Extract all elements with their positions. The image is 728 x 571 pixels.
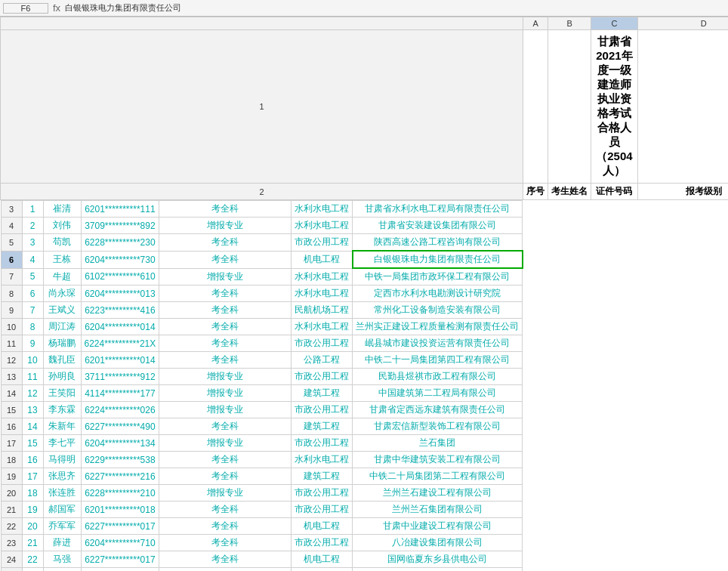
cell-seq-14: 12 <box>22 385 43 402</box>
table-row: 75牛超6102**********610增报专业水利水电工程中铁一局集团市政环… <box>1 268 523 286</box>
cell-cert-12: 6201**********014 <box>81 352 159 369</box>
cell-name-13: 孙明良 <box>43 369 81 385</box>
table-row: 1210魏孔臣6201**********014考全科公路工程中铁二十一局集团第… <box>1 352 523 369</box>
cell-examtype-8: 考全科 <box>159 286 292 302</box>
cell-cert-22: 6227**********017 <box>81 518 159 535</box>
cell-seq-3: 1 <box>22 201 43 218</box>
title-row: 1 甘肃省2021年度一级建造师执业资格考试合格人员（2504人） <box>1 30 729 184</box>
cell-workplace-12: 中铁二十一局集团第四工程有限公司 <box>353 352 523 369</box>
cell-major-16: 建筑工程 <box>292 418 353 435</box>
cell-workplace-6: 白银银珠电力集团有限责任公司 <box>353 251 523 268</box>
cell-workplace-17: 兰石集团 <box>353 435 523 452</box>
cell-major-4: 水利水电工程 <box>292 218 353 234</box>
cell-workplace-5: 陕西高速公路工程咨询有限公司 <box>353 234 523 252</box>
cell-seq-7: 5 <box>22 268 43 286</box>
cell-cert-23: 6204**********710 <box>81 535 159 551</box>
cell-major-19: 建筑工程 <box>292 468 353 485</box>
header-row: 2 序号 考生姓名 证件号码 报考级别 报考专业 工作单位 <box>1 184 729 200</box>
header-name: 考生姓名 <box>548 184 591 200</box>
cell-examtype-21: 考全科 <box>159 502 292 518</box>
cell-major-15: 市政公用工程 <box>292 402 353 418</box>
cell-name-3: 崔清 <box>43 201 81 218</box>
cell-name-22: 乔军军 <box>43 518 81 535</box>
table-row: 1917张思齐6227**********216考全科建筑工程中铁二十局集团第二… <box>1 468 523 485</box>
cell-seq-6: 4 <box>22 251 43 268</box>
cell-seq-5: 3 <box>22 234 43 252</box>
cell-cert-10: 6204**********014 <box>81 319 159 335</box>
row-num-2: 2 <box>1 184 523 200</box>
cell-workplace-11: 岷县城市建设投资运营有限责任公司 <box>353 335 523 352</box>
table-row: 86尚永琛6204**********013考全科水利水电工程定西市水利水电勘测… <box>1 286 523 302</box>
cell-examtype-24: 考全科 <box>159 551 292 568</box>
cell-cert-25: 6226**********758 <box>81 568 159 572</box>
cell-name-16: 朱新年 <box>43 418 81 435</box>
cell-workplace-10: 兰州实正建设工程质量检测有限责任公司 <box>353 319 523 335</box>
row-num-17: 17 <box>1 435 22 452</box>
table-row: 31崔清6201**********111考全科水利水电工程甘肃省水利水电工程局… <box>1 201 523 218</box>
cell-examtype-11: 考全科 <box>159 335 292 352</box>
cell-name-17: 李七平 <box>43 435 81 452</box>
cell-examtype-7: 增报专业 <box>159 268 292 286</box>
table-row: 119杨瑞鹏6224**********21X考全科市政公用工程岷县城市建设投资… <box>1 335 523 352</box>
cell-cert-20: 6228**********210 <box>81 485 159 502</box>
header-exam-type: 报考级别 <box>637 184 728 200</box>
cell-name-19: 张思齐 <box>43 468 81 485</box>
table-row: 1311孙明良3711**********912增报专业市政公用工程民勤县煜祺市… <box>1 369 523 385</box>
table-row: 64王栋6204**********730考全科机电工程白银银珠电力集团有限责任… <box>1 251 523 268</box>
table-row: 53苟凯6228**********230考全科市政公用工程陕西高速公路工程咨询… <box>1 234 523 252</box>
table-row: 1816马得明6229**********538考全科水利水电工程甘肃中华建筑安… <box>1 452 523 468</box>
cell-major-8: 水利水电工程 <box>292 286 353 302</box>
row-num-5: 5 <box>1 234 22 252</box>
cell-major-10: 水利水电工程 <box>292 319 353 335</box>
cell-seq-20: 18 <box>22 485 43 502</box>
table-row: 1513李东霖6224**********026增报专业市政公用工程甘肃省定西远… <box>1 402 523 418</box>
cell-name-10: 周江涛 <box>43 319 81 335</box>
row-num-23: 23 <box>1 535 22 551</box>
cell-cert-24: 6227**********017 <box>81 551 159 568</box>
cell-name-12: 魏孔臣 <box>43 352 81 369</box>
col-header-C: C <box>591 17 637 30</box>
cell-seq-25: 23 <box>22 568 43 572</box>
cell-workplace-9: 常州化工设备制造安装有限公司 <box>353 302 523 319</box>
row-num-9: 9 <box>1 302 22 319</box>
cell-major-13: 市政公用工程 <box>292 369 353 385</box>
cell-workplace-15: 甘肃省定西远东建筑有限责任公司 <box>353 402 523 418</box>
cell-seq-10: 8 <box>22 319 43 335</box>
cell-examtype-15: 增报专业 <box>159 402 292 418</box>
header-cert: 证件号码 <box>591 184 637 200</box>
col-header-B: B <box>548 17 591 30</box>
row-num-18: 18 <box>1 452 22 468</box>
cell-reference[interactable]: F6 <box>3 3 48 14</box>
cell-major-17: 市政公用工程 <box>292 435 353 452</box>
table-row: 2220乔军军6227**********017考全科机电工程甘肃中业建设工程有… <box>1 518 523 535</box>
cell-major-18: 水利水电工程 <box>292 452 353 468</box>
cell-workplace-22: 甘肃中业建设工程有限公司 <box>353 518 523 535</box>
cell-seq-24: 22 <box>22 551 43 568</box>
formula-bar: F6 fx 白银银珠电力集团有限责任公司 <box>0 0 728 17</box>
cell-examtype-10: 考全科 <box>159 319 292 335</box>
row-num-11: 11 <box>1 335 22 352</box>
col-header-D: D <box>637 17 728 30</box>
cell-name-7: 牛超 <box>43 268 81 286</box>
cell-seq-8: 6 <box>22 286 43 302</box>
cell-examtype-18: 考全科 <box>159 452 292 468</box>
table-row: 2018张连胜6228**********210增报专业市政公用工程兰州兰石建设… <box>1 485 523 502</box>
cell-name-24: 马强 <box>43 551 81 568</box>
row-num-6: 6 <box>1 251 22 268</box>
data-rows: 31崔清6201**********111考全科水利水电工程甘肃省水利水电工程局… <box>1 200 523 571</box>
cell-cert-4: 3709**********892 <box>81 218 159 234</box>
cell-cert-16: 6227**********490 <box>81 418 159 435</box>
cell-seq-15: 13 <box>22 402 43 418</box>
row-num-25: 25 <box>1 568 22 572</box>
cell-examtype-12: 考全科 <box>159 352 292 369</box>
cell-cert-14: 4114**********177 <box>81 385 159 402</box>
cell-workplace-7: 中铁一局集团市政环保工程有限公司 <box>353 268 523 286</box>
row-num-22: 22 <box>1 518 22 535</box>
cell-seq-12: 10 <box>22 352 43 369</box>
cell-name-6: 王栋 <box>43 251 81 268</box>
cell-major-7: 水利水电工程 <box>292 268 353 286</box>
corner-cell <box>1 17 523 30</box>
cell-cert-19: 6227**********216 <box>81 468 159 485</box>
spreadsheet-grid: A B C D E F 1 甘肃省2021年度一级建造师执业资格考试合格人员（2… <box>0 17 728 571</box>
cell-major-12: 公路工程 <box>292 352 353 369</box>
